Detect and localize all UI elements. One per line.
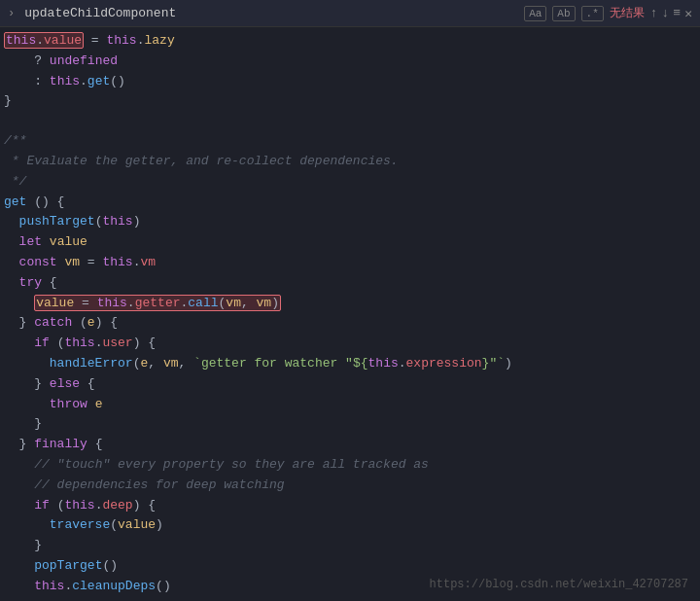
code-line: handleError(e, vm, `getter for watcher "… bbox=[0, 354, 700, 374]
code-line bbox=[0, 112, 700, 131]
code-line: ? undefined bbox=[0, 52, 700, 72]
code-line: * Evaluate the getter, and re-collect de… bbox=[0, 152, 700, 172]
breadcrumb-text: updateChildComponent bbox=[24, 6, 518, 20]
code-line: get () { bbox=[0, 193, 700, 213]
code-line: } catch (e) { bbox=[0, 313, 700, 334]
whole-word-option[interactable]: Ab bbox=[552, 6, 575, 21]
nav-up-button[interactable]: ↑ bbox=[650, 6, 658, 21]
code-editor: this.value = this.lazy ? undefined : thi… bbox=[0, 27, 700, 601]
code-line: this.value = this.lazy bbox=[0, 31, 700, 52]
nav-menu-button[interactable]: ≡ bbox=[673, 6, 681, 21]
nav-down-button[interactable]: ↓ bbox=[662, 6, 670, 21]
regex-option[interactable]: .* bbox=[581, 6, 604, 21]
code-line: } bbox=[0, 597, 700, 601]
breadcrumb-arrow: › bbox=[8, 7, 15, 20]
code-line: if (this.user) { bbox=[0, 334, 700, 354]
code-line: /** bbox=[0, 131, 700, 152]
code-line: pushTarget(this) bbox=[0, 212, 700, 232]
code-line: value = this.getter.call(vm, vm) bbox=[0, 294, 700, 314]
code-line: } bbox=[0, 414, 700, 435]
code-line: } bbox=[0, 91, 700, 112]
code-line: popTarget() bbox=[0, 556, 700, 577]
code-line: try { bbox=[0, 273, 700, 294]
code-line: } finally { bbox=[0, 435, 700, 455]
code-line: // dependencies for deep watching bbox=[0, 476, 700, 496]
code-line: let value bbox=[0, 232, 700, 253]
code-line: } else { bbox=[0, 374, 700, 395]
footer-url: https://blog.csdn.net/weixin_42707287 bbox=[430, 578, 688, 591]
nav-close-button[interactable]: ✕ bbox=[684, 6, 692, 21]
code-line: if (this.deep) { bbox=[0, 496, 700, 516]
code-line: const vm = this.vm bbox=[0, 253, 700, 273]
code-line: traverse(value) bbox=[0, 515, 700, 536]
case-sensitive-option[interactable]: Aa bbox=[524, 6, 546, 21]
code-line: : this.get() bbox=[0, 72, 700, 92]
code-line: } bbox=[0, 536, 700, 556]
code-line: */ bbox=[0, 172, 700, 193]
code-line: // "touch" every property so they are al… bbox=[0, 455, 700, 476]
code-line: throw e bbox=[0, 395, 700, 415]
no-result-label: 无结果 bbox=[610, 5, 645, 21]
